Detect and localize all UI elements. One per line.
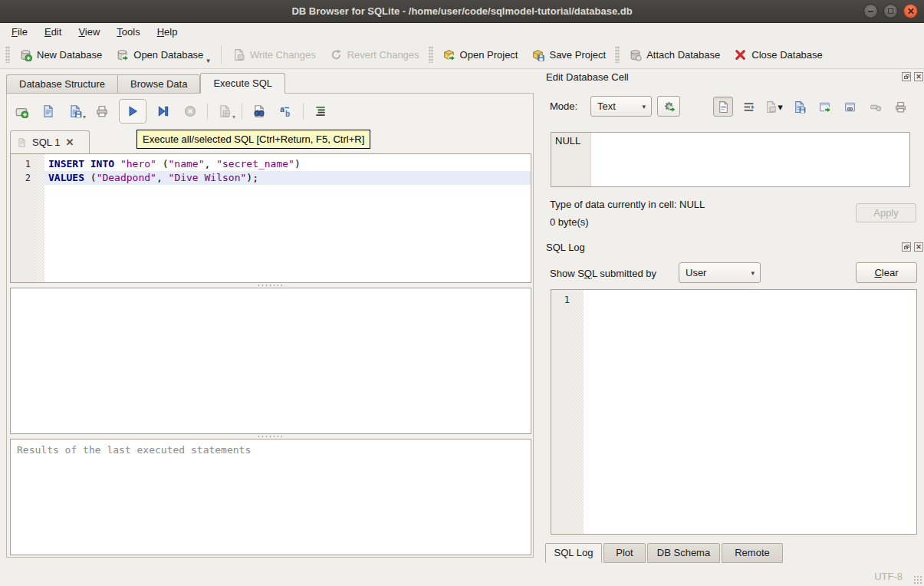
log-fold-margin xyxy=(574,290,584,534)
autocomplete-button[interactable]: ab xyxy=(276,101,296,121)
menu-file[interactable]: File xyxy=(3,24,36,40)
word-wrap-button[interactable] xyxy=(738,97,758,117)
save-sql-dropdown-icon[interactable]: ▾ xyxy=(83,114,86,120)
close-sql-tab-icon[interactable]: ✕ xyxy=(65,137,74,148)
toolbar-handle[interactable] xyxy=(5,46,10,63)
revert-changes-button[interactable]: Revert Changes xyxy=(323,43,426,66)
encoding-indicator[interactable]: UTF-8 xyxy=(874,571,903,582)
tab-browse-data[interactable]: Browse Data xyxy=(117,74,200,94)
sql-document-tab[interactable]: SQL 1 ✕ xyxy=(10,130,90,153)
splitter-dots-icon xyxy=(257,284,283,287)
print-cell-button[interactable] xyxy=(890,97,910,117)
minimize-icon xyxy=(868,11,873,12)
import-dropdown-icon: ▾ xyxy=(778,101,783,113)
dock-tab-db-schema[interactable]: DB Schema xyxy=(647,543,720,563)
attach-database-button[interactable]: Attach Database xyxy=(622,43,727,66)
apply-button[interactable]: Apply xyxy=(856,203,916,222)
chevron-down-icon: ▾ xyxy=(751,269,755,277)
find-in-sql-button[interactable] xyxy=(249,101,269,121)
print-sql-button[interactable] xyxy=(92,101,112,121)
toolbar-handle[interactable] xyxy=(429,46,433,63)
toolbar-separator xyxy=(221,45,222,64)
cell-size-label: 0 byte(s) xyxy=(550,216,589,228)
sql-document-icon xyxy=(17,137,27,148)
save-sql-file-button[interactable]: ▾ xyxy=(65,101,85,121)
results-grid-pane[interactable] xyxy=(10,288,531,434)
close-button[interactable] xyxy=(903,4,918,18)
sql-editor[interactable]: 12 INSERT INTO "hero" ("name", "secret_n… xyxy=(10,153,531,283)
menu-view[interactable]: View xyxy=(70,24,108,40)
maximize-icon xyxy=(888,8,893,14)
set-null-button[interactable] xyxy=(865,97,885,117)
clear-log-button[interactable]: Clear xyxy=(856,262,917,283)
log-filter-combo[interactable]: User ▾ xyxy=(679,262,761,283)
float-dock-button[interactable] xyxy=(902,72,911,81)
cell-value: NULL xyxy=(555,135,580,146)
menu-tools[interactable]: Tools xyxy=(108,24,148,40)
close-dock-button[interactable]: ✕ xyxy=(914,242,923,252)
open-sql-file-button[interactable] xyxy=(38,101,58,121)
cell-value-editor[interactable]: NULL xyxy=(551,132,910,187)
float-dock-button[interactable] xyxy=(902,242,911,252)
tab-execute-sql[interactable]: Execute SQL xyxy=(200,73,285,94)
sql-code-area[interactable]: INSERT INTO "hero" ("name", "secret_name… xyxy=(44,154,531,282)
apply-format-button[interactable] xyxy=(657,96,680,117)
tab-database-structure[interactable]: Database Structure xyxy=(6,74,117,94)
new-sql-tab-button[interactable] xyxy=(12,101,31,121)
execute-current-line-button[interactable] xyxy=(153,101,173,121)
copy-link-button[interactable] xyxy=(840,97,860,117)
title-bar: DB Browser for SQLite - /home/user/code/… xyxy=(0,0,924,23)
sql-toolbar-separator xyxy=(207,103,208,120)
sql-toolbar: ▾ ▾ ab xyxy=(12,98,330,124)
mode-combo[interactable]: Text ▾ xyxy=(590,96,652,117)
sql-log-editor[interactable]: 1 xyxy=(551,289,917,535)
menu-edit[interactable]: Edit xyxy=(36,24,70,40)
edit-cell-dock-buttons: ✕ xyxy=(902,72,923,81)
resize-grip[interactable] xyxy=(913,575,922,584)
format-sql-button[interactable] xyxy=(311,101,330,121)
app-window: { "window": { "title": "DB Browser for S… xyxy=(0,0,924,586)
line-number-gutter: 12 xyxy=(11,154,35,282)
maximize-button[interactable] xyxy=(883,4,898,18)
mode-label: Mode: xyxy=(550,100,577,112)
open-database-icon xyxy=(116,48,129,61)
open-database-dropdown-icon[interactable]: ▾ xyxy=(206,57,210,66)
close-database-button[interactable]: Close Database xyxy=(727,43,830,66)
main-tab-bar: Database Structure Browse Data Execute S… xyxy=(6,73,285,94)
dock-tab-sql-log[interactable]: SQL Log xyxy=(545,543,602,563)
write-changes-button[interactable]: Write Changes xyxy=(225,43,323,66)
execute-all-button[interactable] xyxy=(119,99,146,123)
results-message-pane[interactable]: Results of the last executed statements xyxy=(10,439,531,555)
toolbar-handle[interactable] xyxy=(615,46,620,63)
close-icon: ✕ xyxy=(915,242,922,250)
menu-help[interactable]: Help xyxy=(149,24,186,40)
main-toolbar: New Database Open Database ▾ Write Chang… xyxy=(0,41,924,69)
dock-tab-remote[interactable]: Remote xyxy=(722,543,783,563)
open-project-button[interactable]: Open Project xyxy=(436,43,525,66)
gear-icon xyxy=(663,100,676,113)
menu-bar: File Edit View Tools Help xyxy=(0,23,924,41)
open-database-button[interactable]: Open Database ▾ xyxy=(109,43,217,66)
sql-log-dock-title: SQL Log xyxy=(546,242,585,253)
minimize-button[interactable] xyxy=(863,4,878,18)
import-cell-data-button[interactable]: ▾ xyxy=(764,97,784,117)
attach-database-icon xyxy=(629,48,642,61)
svg-text:b: b xyxy=(285,110,290,118)
close-dock-button[interactable]: ✕ xyxy=(914,72,923,81)
sql-log-dock-buttons: ✕ xyxy=(902,242,923,252)
new-database-icon xyxy=(19,48,32,61)
status-bar: UTF-8 xyxy=(0,568,924,586)
open-in-external-button[interactable] xyxy=(814,97,834,117)
fold-margin xyxy=(35,154,44,282)
text-mode-button[interactable] xyxy=(713,97,733,117)
window-title: DB Browser for SQLite - /home/user/code/… xyxy=(0,0,924,23)
stop-execution-button[interactable] xyxy=(180,101,200,121)
sql-toolbar-separator xyxy=(303,103,304,120)
new-database-button[interactable]: New Database xyxy=(12,43,109,66)
save-project-button[interactable]: Save Project xyxy=(524,43,613,66)
export-cell-data-button[interactable] xyxy=(789,97,809,117)
dock-tab-plot[interactable]: Plot xyxy=(603,543,646,563)
close-icon xyxy=(904,5,917,18)
log-code-area[interactable] xyxy=(584,290,916,534)
save-results-button[interactable]: ▾ xyxy=(215,101,235,121)
